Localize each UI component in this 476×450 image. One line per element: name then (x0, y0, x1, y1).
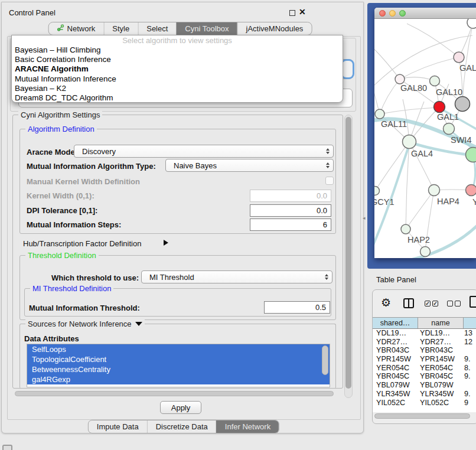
float-window-icon[interactable] (289, 10, 295, 16)
dropdown-item[interactable]: Basic Correlation Inference (12, 55, 343, 64)
scrollbar-thumb[interactable] (345, 117, 351, 389)
network-node[interactable] (430, 76, 440, 86)
network-edge[interactable] (375, 142, 409, 191)
settings-vertical-scrollbar[interactable] (344, 115, 353, 398)
minimize-button[interactable] (389, 10, 396, 17)
list-item[interactable]: TopologicalCoefficient (27, 354, 330, 364)
network-node[interactable] (466, 148, 476, 162)
network-edge[interactable] (380, 107, 439, 114)
corner-button[interactable] (2, 445, 12, 450)
panel-splitter-icon[interactable]: ◂ (363, 215, 366, 221)
network-node-label: GAL80 (400, 83, 427, 93)
gear-icon[interactable]: ⚙ (381, 296, 391, 309)
network-node[interactable] (455, 97, 470, 112)
which-threshold-select[interactable]: MI Threshold (141, 270, 332, 283)
table-row[interactable]: YBL079WYBL079W (373, 381, 476, 390)
settings-horizontal-scrollbar[interactable] (15, 391, 334, 396)
mi-threshold-label: Mutual Information Threshold: (29, 304, 140, 312)
table-row[interactable]: YDL19…YDL19…13 (373, 329, 476, 338)
table-row[interactable]: YDR27…YDR27…12 (373, 338, 476, 347)
tab-discretize-data[interactable]: Discretize Data (147, 420, 216, 433)
mi-threshold-field[interactable] (264, 301, 330, 314)
table-row[interactable]: YLR345WYLR345W9. (373, 390, 476, 399)
zoom-button[interactable] (399, 10, 406, 17)
table-row[interactable]: YPR145WYPR145W9. (373, 355, 476, 364)
column-header-shared-name[interactable]: shared… (373, 318, 418, 328)
network-node[interactable] (374, 187, 380, 195)
list-item[interactable]: gal4RGexp (27, 374, 330, 384)
checked-checkbox-icon[interactable]: ✓ (432, 301, 438, 306)
network-node-label: GAL4 (411, 149, 433, 158)
stepper-arrows-icon (322, 148, 333, 154)
network-node[interactable] (466, 185, 476, 196)
table-row[interactable]: YBR043CYBR043C (373, 346, 476, 355)
network-node[interactable] (434, 102, 445, 113)
network-edge[interactable] (406, 190, 434, 229)
unchecked-checkbox-icon[interactable] (447, 301, 453, 306)
network-node[interactable] (395, 74, 405, 84)
network-node-label: SWI4 (451, 135, 471, 145)
network-node[interactable] (454, 52, 464, 63)
aracne-mode-select[interactable]: Discovery (74, 145, 334, 158)
network-node[interactable] (420, 247, 431, 257)
close-button[interactable] (379, 10, 386, 17)
table-row[interactable]: YER054CYER054C8. (373, 364, 476, 373)
collapse-down-icon[interactable] (135, 322, 142, 326)
dropdown-item-selected[interactable]: ARACNE Algorithm (12, 64, 343, 74)
data-attributes-list: SelfLoops TopologicalCoefficient Between… (27, 344, 330, 387)
list-item[interactable]: SelfLoops (27, 344, 330, 354)
unchecked-checkbox-icon[interactable] (455, 301, 461, 306)
columns-icon[interactable] (403, 298, 414, 308)
network-edge[interactable] (407, 24, 459, 57)
mi-type-label: Mutual Information Algorithm Type: (27, 162, 156, 171)
network-node[interactable] (403, 135, 416, 149)
manual-kernel-checkbox[interactable] (325, 177, 334, 185)
tab-jactivemnodules[interactable]: jActiveMNodules (237, 22, 312, 35)
network-node[interactable] (467, 19, 476, 28)
mi-type-select[interactable]: Naive Bayes (165, 159, 334, 172)
control-panel-tabs: Network Style Select Cyni Toolbox jActiv… (48, 22, 312, 35)
table-horizontal-scrollbar[interactable] (374, 413, 470, 419)
network-node[interactable] (429, 185, 440, 196)
network-node-label: Y (472, 197, 476, 207)
network-node[interactable] (444, 123, 455, 135)
network-edge[interactable] (400, 57, 459, 79)
tab-select[interactable]: Select (138, 22, 176, 35)
network-node[interactable] (401, 224, 410, 234)
dropdown-item[interactable]: Bayesian – Hill Climbing (12, 45, 343, 55)
tab-cyni-toolbox[interactable]: Cyni Toolbox (176, 22, 237, 35)
dropdown-placeholder: Select algorithm to view settings (12, 35, 343, 45)
table-header: shared… name (373, 317, 476, 329)
column-header-name[interactable]: name (418, 318, 464, 328)
network-edge[interactable] (374, 76, 380, 114)
checked-checkbox-icon[interactable]: ✓ (425, 301, 431, 306)
control-panel-title: Control Panel (9, 8, 56, 17)
column-header-partial[interactable] (464, 318, 476, 328)
network-window-titlebar[interactable] (374, 8, 476, 19)
document-icon[interactable] (470, 296, 476, 308)
dropdown-item[interactable]: Bayesian – K2 (12, 84, 343, 93)
expand-right-icon[interactable] (164, 240, 168, 246)
tab-network[interactable]: Network (49, 22, 104, 35)
network-edge[interactable] (380, 79, 400, 114)
network-canvas[interactable]: GALGAL80GAL10GAL1GAL11SWI4GAL4GCY1HAP4YH… (374, 19, 476, 258)
table-row[interactable]: YIL052CYIL052C9 (373, 399, 476, 407)
tab-infer-network[interactable]: Infer Network (216, 420, 279, 433)
network-node-label: GAL (459, 63, 476, 73)
close-icon[interactable]: ✕ (299, 7, 306, 17)
mi-steps-field[interactable] (250, 219, 331, 231)
kernel-width-field[interactable] (250, 190, 331, 202)
dropdown-item[interactable]: Mutual Information Inference (12, 74, 343, 84)
combo-stepper-focus[interactable] (343, 61, 353, 77)
apply-button[interactable]: Apply (160, 401, 201, 414)
sources-title-row: Sources for Network Inference (25, 319, 145, 328)
dropdown-item[interactable]: Dream8 DC_TDC Algorithm (12, 93, 343, 103)
network-node[interactable] (375, 109, 384, 119)
dpi-tolerance-field[interactable] (250, 204, 331, 217)
table-row[interactable]: YBR045CYBR045C9. (373, 372, 476, 381)
tab-impute-data[interactable]: Impute Data (89, 420, 147, 433)
manual-kernel-label: Manual Kernel Width Definition (27, 177, 140, 186)
list-item[interactable]: BetweennessCentrality (27, 364, 330, 374)
tab-style[interactable]: Style (103, 22, 138, 35)
list-scrollbar[interactable] (322, 345, 328, 375)
